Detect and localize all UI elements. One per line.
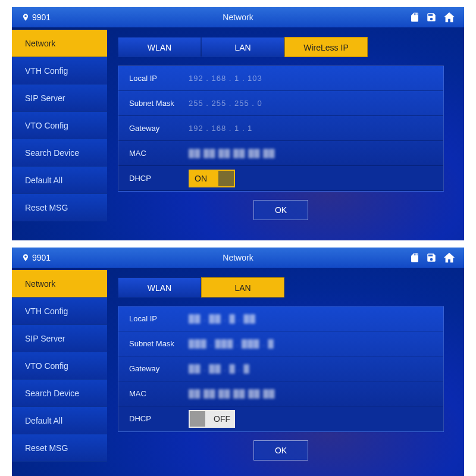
device-id: 9901 — [21, 253, 51, 262]
settings-panel: Local IP ██ . ██ . █ . ██ Subnet Mask ██… — [118, 306, 444, 432]
sidebar-item-search-device[interactable]: Search Device — [12, 139, 107, 167]
subnet-mask-value[interactable]: 255 . 255 . 255 . 0 — [189, 99, 262, 108]
gateway-value[interactable]: 192 . 168 . 1 . 1 — [189, 124, 252, 133]
sidebar-item-vto-config[interactable]: VTO Config — [12, 112, 107, 139]
sidebar-item-sip-server[interactable]: SIP Server — [12, 325, 107, 352]
mac-label: MAC — [129, 149, 189, 158]
local-ip-label: Local IP — [129, 314, 189, 323]
sidebar-item-vth-config[interactable]: VTH Config — [12, 298, 107, 325]
sdcard-icon[interactable] — [409, 252, 420, 263]
page-title: Network — [223, 12, 253, 22]
tab-wlan[interactable]: WLAN — [118, 277, 201, 298]
row-dhcp: DHCP OFF — [118, 406, 443, 431]
toggle-knob — [190, 411, 205, 427]
location-pin-icon — [21, 12, 30, 22]
mac-value: ██ ██ ██ ██ ██ ██ — [189, 149, 275, 158]
row-dhcp: DHCP ON — [118, 166, 443, 191]
device-id: 9901 — [21, 12, 51, 22]
sdcard-icon[interactable] — [409, 12, 420, 23]
sidebar-item-default-all[interactable]: Default All — [12, 407, 107, 434]
local-ip-label: Local IP — [129, 74, 189, 83]
row-gateway: Gateway ██ . ██ . █ . █ — [118, 356, 443, 381]
ok-button[interactable]: OK — [253, 440, 308, 461]
sidebar: Network VTH Config SIP Server VTO Config… — [12, 268, 107, 476]
save-icon[interactable] — [426, 12, 437, 23]
subnet-mask-value[interactable]: ███ . ███ . ███ . █ — [189, 339, 274, 348]
row-local-ip: Local IP 192 . 168 . 1 . 103 — [118, 66, 443, 91]
row-subnet-mask: Subnet Mask ███ . ███ . ███ . █ — [118, 331, 443, 356]
row-local-ip: Local IP ██ . ██ . █ . ██ — [118, 306, 443, 331]
home-icon[interactable] — [443, 251, 456, 264]
gateway-value[interactable]: ██ . ██ . █ . █ — [189, 364, 250, 373]
page-title: Network — [223, 253, 253, 262]
sidebar-item-reset-msg[interactable]: Reset MSG — [12, 434, 107, 462]
ok-button[interactable]: OK — [253, 200, 308, 220]
dhcp-label: DHCP — [129, 414, 189, 423]
sidebar-item-default-all[interactable]: Default All — [12, 167, 107, 194]
row-mac: MAC ██ ██ ██ ██ ██ ██ — [118, 381, 443, 406]
sidebar-item-vth-config[interactable]: VTH Config — [12, 57, 107, 84]
local-ip-value[interactable]: ██ . ██ . █ . ██ — [189, 314, 256, 323]
title-bar: 9901 Network — [12, 7, 464, 27]
subnet-mask-label: Subnet Mask — [129, 99, 189, 108]
sidebar-item-reset-msg[interactable]: Reset MSG — [12, 194, 107, 221]
gateway-label: Gateway — [129, 364, 189, 373]
dhcp-toggle[interactable]: OFF — [189, 410, 235, 428]
sidebar-item-network[interactable]: Network — [12, 270, 107, 298]
toggle-knob — [218, 171, 234, 186]
save-icon[interactable] — [426, 252, 437, 263]
dhcp-toggle-state: ON — [195, 174, 207, 183]
mac-label: MAC — [129, 389, 189, 398]
tab-wlan[interactable]: WLAN — [118, 37, 201, 57]
local-ip-value[interactable]: 192 . 168 . 1 . 103 — [189, 74, 262, 83]
sidebar-item-vto-config[interactable]: VTO Config — [12, 352, 107, 380]
home-icon[interactable] — [443, 11, 456, 24]
tab-lan[interactable]: LAN — [201, 277, 284, 298]
tabs: WLAN LAN — [118, 277, 444, 298]
subnet-mask-label: Subnet Mask — [129, 339, 189, 348]
row-subnet-mask: Subnet Mask 255 . 255 . 255 . 0 — [118, 91, 443, 116]
tabs: WLAN LAN WireLess IP — [118, 37, 444, 57]
sidebar-item-sip-server[interactable]: SIP Server — [12, 84, 107, 112]
sidebar: Network VTH Config SIP Server VTO Config… — [12, 27, 107, 240]
dhcp-toggle[interactable]: ON — [189, 170, 235, 187]
device-id-text: 9901 — [32, 253, 51, 262]
dhcp-label: DHCP — [129, 174, 189, 183]
sidebar-item-search-device[interactable]: Search Device — [12, 380, 107, 407]
dhcp-toggle-state: OFF — [214, 414, 230, 424]
device-id-text: 9901 — [32, 12, 51, 22]
settings-panel: Local IP 192 . 168 . 1 . 103 Subnet Mask… — [118, 65, 444, 192]
mac-value: ██ ██ ██ ██ ██ ██ — [189, 389, 275, 398]
gateway-label: Gateway — [129, 124, 189, 133]
tab-wireless-ip[interactable]: WireLess IP — [284, 37, 368, 57]
sidebar-item-network[interactable]: Network — [12, 30, 107, 57]
location-pin-icon — [21, 253, 30, 262]
tab-lan[interactable]: LAN — [201, 37, 284, 57]
row-gateway: Gateway 192 . 168 . 1 . 1 — [118, 116, 443, 141]
row-mac: MAC ██ ██ ██ ██ ██ ██ — [118, 141, 443, 166]
title-bar: 9901 Network — [12, 248, 464, 268]
